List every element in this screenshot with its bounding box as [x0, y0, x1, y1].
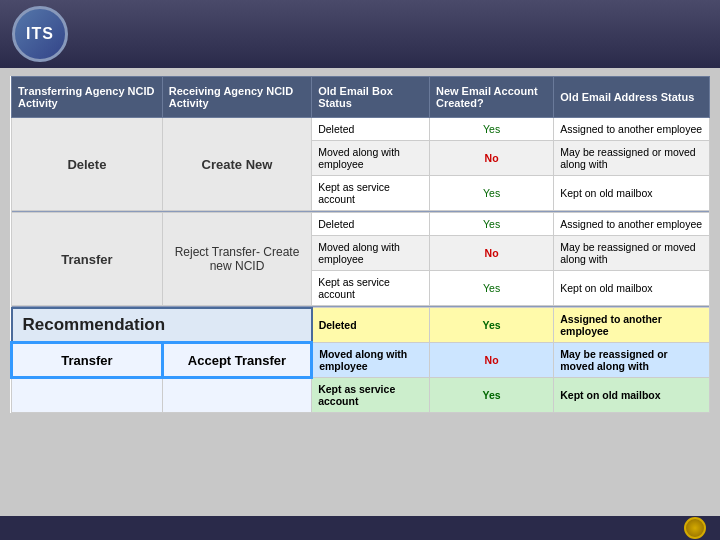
old-address-cell: Kept on old mailbox: [554, 271, 710, 306]
old-status-cell: Deleted: [312, 118, 430, 141]
receiving-label: Create New: [162, 118, 311, 211]
new-created-cell: No: [429, 141, 553, 176]
old-status-cell: Kept as service account: [312, 271, 430, 306]
new-created-cell: No: [429, 236, 553, 271]
rec-kept-cell: Kept as service account: [312, 378, 430, 413]
receiving-spacer: [162, 378, 311, 413]
rec-kept-address-cell: Kept on old mailbox: [554, 378, 710, 413]
col-header-old-address: Old Email Address Status: [554, 77, 710, 118]
old-address-cell: May be reassigned or moved along with: [554, 141, 710, 176]
old-address-cell: Assigned to another employee: [554, 213, 710, 236]
old-address-cell: Kept on old mailbox: [554, 176, 710, 211]
table-row: Delete Create New Deleted Yes Assigned t…: [12, 118, 710, 141]
logo: ITS: [12, 6, 68, 62]
receiving-label: Reject Transfer- Create new NCID: [162, 213, 311, 306]
rec-moved-address-cell: May be reassigned or moved along with: [554, 343, 710, 378]
col-header-new-email: New Email Account Created?: [429, 77, 553, 118]
old-status-cell: Moved along with employee: [312, 236, 430, 271]
old-status-cell: Deleted: [312, 213, 430, 236]
seal-icon: [684, 517, 706, 539]
transferring-label: Delete: [12, 118, 163, 211]
transferring-label: Transfer: [12, 213, 163, 306]
table-header-row: Transferring Agency NCID Activity Receiv…: [12, 77, 710, 118]
old-status-cell: Kept as service account: [312, 176, 430, 211]
receiving-rec-label: Accept Transfer: [162, 343, 311, 378]
transferring-spacer: [12, 378, 163, 413]
col-header-receiving: Receiving Agency NCID Activity: [162, 77, 311, 118]
new-created-cell: Yes: [429, 271, 553, 306]
rec-deleted-cell: Deleted: [312, 308, 430, 343]
old-address-cell: May be reassigned or moved along with: [554, 236, 710, 271]
col-header-old-email: Old Email Box Status: [312, 77, 430, 118]
rec-yes-cell: Yes: [429, 308, 553, 343]
rec-moved-cell: Moved along with employee: [312, 343, 430, 378]
bottom-bar: [0, 516, 720, 540]
table-row: Transfer Reject Transfer- Create new NCI…: [12, 213, 710, 236]
recommendation-header: Recommendation: [12, 308, 312, 343]
transferring-rec-label: Transfer: [12, 343, 163, 378]
col-header-transferring: Transferring Agency NCID Activity: [12, 77, 163, 118]
new-created-cell: Yes: [429, 176, 553, 211]
old-status-cell: Moved along with employee: [312, 141, 430, 176]
table-row: Transfer Accept Transfer Moved along wit…: [12, 343, 710, 378]
table-row: Kept as service account Yes Kept on old …: [12, 378, 710, 413]
main-table: Transferring Agency NCID Activity Receiv…: [10, 76, 710, 413]
old-address-cell: Assigned to another employee: [554, 118, 710, 141]
recommendation-header-row: Recommendation Deleted Yes Assigned to a…: [12, 308, 710, 343]
new-created-cell: Yes: [429, 118, 553, 141]
rec-no-cell: No: [429, 343, 553, 378]
top-bar: ITS: [0, 0, 720, 68]
rec-address-cell: Assigned to another employee: [554, 308, 710, 343]
rec-kept-yes-cell: Yes: [429, 378, 553, 413]
main-content: Transferring Agency NCID Activity Receiv…: [0, 68, 720, 421]
new-created-cell: Yes: [429, 213, 553, 236]
